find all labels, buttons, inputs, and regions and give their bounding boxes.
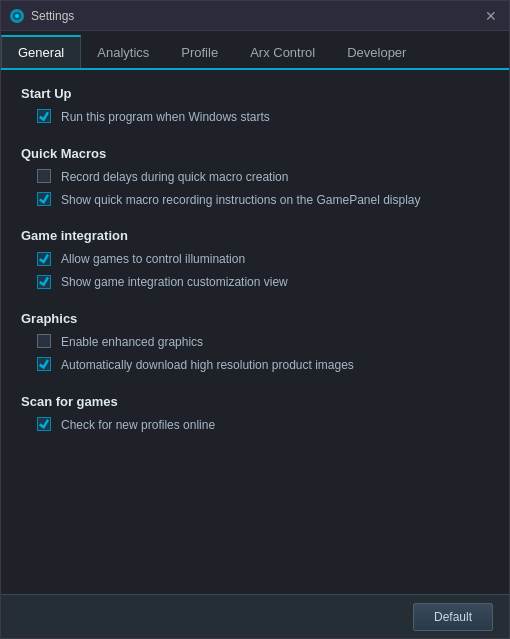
checkbox-macros-record-label: Record delays during quick macro creatio…: [61, 169, 288, 186]
window-title: Settings: [31, 9, 74, 23]
checkbox-item-startup-run[interactable]: Run this program when Windows starts: [21, 109, 489, 126]
tab-arx-control[interactable]: Arx Control: [234, 35, 331, 68]
tab-general[interactable]: General: [1, 35, 81, 68]
checkbox-macros-record-wrapper[interactable]: [37, 169, 53, 185]
checkbox-game-show[interactable]: [37, 275, 51, 289]
checkbox-item-game-show[interactable]: Show game integration customization view: [21, 274, 489, 291]
tab-developer[interactable]: Developer: [331, 35, 422, 68]
checkbox-item-graphics-enhanced[interactable]: Enable enhanced graphics: [21, 334, 489, 351]
checkbox-game-show-wrapper[interactable]: [37, 275, 53, 291]
checkbox-macros-show-label: Show quick macro recording instructions …: [61, 192, 421, 209]
section-quick-macros: Quick Macros Record delays during quick …: [21, 146, 489, 209]
section-game-integration-title: Game integration: [21, 228, 489, 243]
section-quick-macros-title: Quick Macros: [21, 146, 489, 161]
bottom-bar: Default: [1, 594, 509, 638]
app-icon: [9, 8, 25, 24]
section-startup-title: Start Up: [21, 86, 489, 101]
section-game-integration: Game integration Allow games to control …: [21, 228, 489, 291]
tab-bar: General Analytics Profile Arx Control De…: [1, 31, 509, 70]
settings-window: Settings ✕ General Analytics Profile Arx…: [0, 0, 510, 639]
checkbox-item-game-allow[interactable]: Allow games to control illumination: [21, 251, 489, 268]
checkbox-startup-run-wrapper[interactable]: [37, 109, 53, 125]
checkbox-startup-run[interactable]: [37, 109, 51, 123]
checkbox-graphics-enhanced-wrapper[interactable]: [37, 334, 53, 350]
section-graphics: Graphics Enable enhanced graphics Automa…: [21, 311, 489, 374]
checkbox-item-macros-show[interactable]: Show quick macro recording instructions …: [21, 192, 489, 209]
checkbox-startup-run-label: Run this program when Windows starts: [61, 109, 270, 126]
checkbox-game-allow-wrapper[interactable]: [37, 252, 53, 268]
checkbox-macros-show-wrapper[interactable]: [37, 192, 53, 208]
title-bar: Settings ✕: [1, 1, 509, 31]
checkbox-game-allow[interactable]: [37, 252, 51, 266]
section-startup: Start Up Run this program when Windows s…: [21, 86, 489, 126]
checkbox-scan-check-label: Check for new profiles online: [61, 417, 215, 434]
section-scan-games: Scan for games Check for new profiles on…: [21, 394, 489, 434]
checkbox-graphics-download-wrapper[interactable]: [37, 357, 53, 373]
checkbox-item-scan-check[interactable]: Check for new profiles online: [21, 417, 489, 434]
checkbox-scan-check[interactable]: [37, 417, 51, 431]
title-bar-left: Settings: [9, 8, 74, 24]
checkbox-game-show-label: Show game integration customization view: [61, 274, 288, 291]
checkbox-item-graphics-download[interactable]: Automatically download high resolution p…: [21, 357, 489, 374]
checkbox-game-allow-label: Allow games to control illumination: [61, 251, 245, 268]
content-area: Start Up Run this program when Windows s…: [1, 70, 509, 594]
checkbox-graphics-download-label: Automatically download high resolution p…: [61, 357, 354, 374]
checkbox-graphics-enhanced-label: Enable enhanced graphics: [61, 334, 203, 351]
default-button[interactable]: Default: [413, 603, 493, 631]
checkbox-item-macros-record[interactable]: Record delays during quick macro creatio…: [21, 169, 489, 186]
checkbox-macros-show[interactable]: [37, 192, 51, 206]
checkbox-scan-check-wrapper[interactable]: [37, 417, 53, 433]
checkbox-graphics-download[interactable]: [37, 357, 51, 371]
section-graphics-title: Graphics: [21, 311, 489, 326]
tab-profile[interactable]: Profile: [165, 35, 234, 68]
section-scan-games-title: Scan for games: [21, 394, 489, 409]
tab-analytics[interactable]: Analytics: [81, 35, 165, 68]
svg-point-2: [15, 14, 19, 18]
close-button[interactable]: ✕: [481, 6, 501, 26]
checkbox-graphics-enhanced[interactable]: [37, 334, 51, 348]
checkbox-macros-record[interactable]: [37, 169, 51, 183]
